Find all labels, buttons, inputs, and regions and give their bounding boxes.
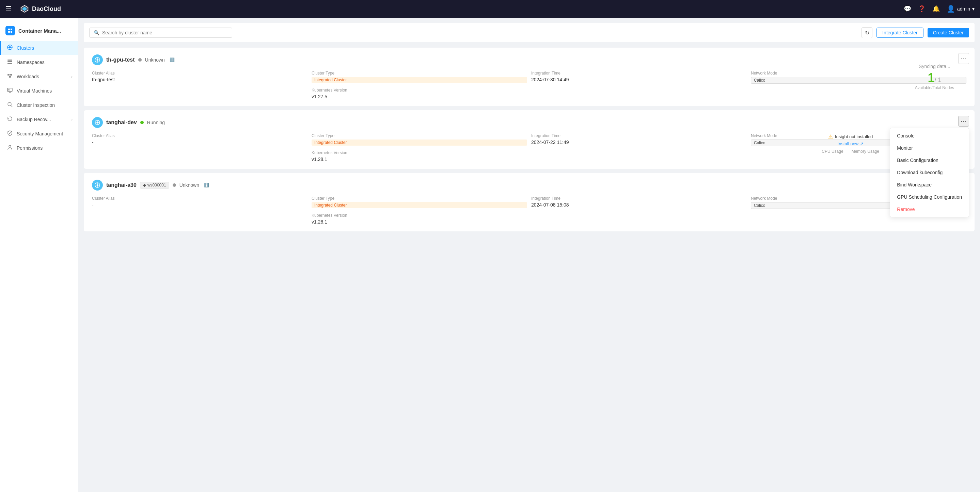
sidebar-item-clusters[interactable]: Clusters — [0, 41, 78, 55]
sidebar-item-permissions[interactable]: Permissions — [0, 141, 78, 155]
message-icon[interactable]: 💬 — [904, 5, 911, 13]
user-avatar-icon: 👤 — [947, 5, 955, 13]
menu-item-download-kubeconfig[interactable]: Download kubeconfig — [890, 167, 969, 179]
cluster-menu-button-th-gpu-test[interactable]: ⋯ — [958, 53, 969, 64]
k8s-version-value: v1.28.1 — [312, 219, 527, 225]
cluster-icon — [92, 54, 103, 65]
svg-line-24 — [11, 105, 12, 107]
user-menu[interactable]: 👤 admin ▾ — [947, 5, 975, 13]
sidebar-item-label: Security Management — [17, 131, 63, 136]
cluster-type-badge: Integrated Cluster — [312, 202, 527, 208]
cluster-dropdown-menu: Console Monitor Basic Configuration Down… — [890, 128, 969, 217]
node-count: 1 — [928, 71, 934, 85]
workspace-value: ws000001 — [148, 183, 166, 187]
svg-rect-3 — [8, 29, 10, 30]
svg-rect-4 — [11, 29, 12, 30]
node-total: / 1 — [934, 76, 941, 83]
sidebar-item-cluster-inspection[interactable]: Cluster Inspection — [0, 98, 78, 112]
svg-rect-17 — [10, 74, 12, 76]
svg-rect-15 — [8, 63, 12, 64]
alias-value: th-gpu-test — [92, 77, 307, 83]
k8s-version-value: v1.27.5 — [312, 94, 527, 99]
main-content: 🔍 ↻ Integrate Cluster Create Cluster — [78, 18, 980, 492]
cluster-name: tanghai-dev — [106, 119, 137, 125]
app-icon — [5, 26, 15, 35]
help-icon[interactable]: ❓ — [918, 5, 926, 13]
cluster-card-tanghai-a30: tanghai-a30 ◆ ws000001 Unknown ℹ️ Cluste… — [84, 173, 975, 232]
meta-k8s-version: Kubernetes Version v1.28.1 — [312, 151, 527, 162]
cluster-right-insight: ⚠ Insight not installed Install now ↗ CP… — [822, 133, 879, 154]
svg-point-39 — [97, 184, 99, 186]
integrate-cluster-button[interactable]: Integrate Cluster — [877, 27, 923, 38]
status-dot-unknown — [138, 58, 142, 62]
hamburger-menu[interactable]: ☰ — [5, 5, 11, 13]
meta-alias: Cluster Alias - — [92, 196, 307, 209]
refresh-button[interactable]: ↻ — [862, 27, 872, 38]
logo-text: DaoCloud — [32, 5, 61, 13]
workspace-badge: ◆ ws000001 — [140, 182, 169, 189]
status-info-icon[interactable]: ℹ️ — [204, 183, 209, 187]
sidebar-item-backup-recovery[interactable]: Backup Recov... › — [0, 112, 78, 127]
menu-item-bind-workspace[interactable]: Bind Workspace — [890, 179, 969, 191]
sidebar-item-label: Permissions — [17, 145, 43, 151]
meta-alias: Cluster Alias th-gpu-test — [92, 71, 307, 84]
cluster-header: tanghai-dev Running — [92, 117, 966, 128]
menu-item-basic-config[interactable]: Basic Configuration — [890, 154, 969, 167]
menu-item-remove[interactable]: Remove — [890, 203, 969, 215]
virtual-machines-icon — [6, 87, 13, 95]
svg-point-33 — [97, 122, 99, 124]
svg-rect-5 — [8, 31, 10, 33]
cluster-type-badge: Integrated Cluster — [312, 140, 527, 146]
install-label: Install now — [838, 141, 858, 146]
sidebar-item-security-management[interactable]: Security Management — [0, 127, 78, 141]
menu-item-monitor[interactable]: Monitor — [890, 142, 969, 154]
search-input[interactable] — [102, 30, 228, 35]
svg-rect-6 — [11, 31, 12, 33]
cluster-menu-button-tanghai-dev[interactable]: ⋯ — [958, 116, 969, 127]
svg-point-8 — [9, 46, 11, 48]
search-box[interactable]: 🔍 — [89, 27, 232, 38]
warning-icon: ⚠ — [828, 133, 833, 140]
menu-item-console[interactable]: Console — [890, 130, 969, 142]
sidebar-app-title: Container Mana... — [0, 23, 78, 41]
meta-k8s-version: Kubernetes Version v1.28.1 — [312, 213, 527, 225]
insight-warning: ⚠ Insight not installed Install now ↗ — [822, 133, 879, 146]
clusters-icon — [6, 44, 13, 52]
notification-icon[interactable]: 🔔 — [932, 5, 940, 13]
status-info-icon[interactable]: ℹ️ — [170, 57, 175, 62]
sidebar-item-workloads[interactable]: Workloads › — [0, 70, 78, 84]
integration-time-value: 2024-07-08 15:08 — [531, 202, 747, 208]
workloads-icon — [6, 73, 13, 80]
meta-type: Cluster Type Integrated Cluster — [312, 196, 527, 209]
external-link-icon: ↗ — [860, 141, 864, 146]
install-now-link[interactable]: Install now ↗ — [838, 141, 864, 146]
sidebar-item-namespaces[interactable]: Namespaces — [0, 55, 78, 70]
syncing-label: Syncing data... — [919, 63, 950, 69]
meta-alias: Cluster Alias - — [92, 133, 307, 146]
create-cluster-button[interactable]: Create Cluster — [928, 28, 969, 37]
logo: DaoCloud — [20, 4, 61, 14]
status-label: Unknown — [145, 57, 165, 63]
k8s-version-value: v1.28.1 — [312, 157, 527, 162]
svg-point-23 — [8, 102, 11, 106]
cluster-header: tanghai-a30 ◆ ws000001 Unknown ℹ️ — [92, 179, 966, 190]
meta-integration-time: Integration Time 2024-07-22 11:49 — [531, 133, 747, 146]
sidebar-item-virtual-machines[interactable]: Virtual Machines — [0, 84, 78, 98]
svg-rect-18 — [9, 76, 11, 78]
cluster-type-badge: Integrated Cluster — [312, 77, 527, 83]
insight-warning-text: Insight not installed — [835, 134, 873, 139]
status-dot-running — [140, 121, 144, 124]
sidebar-item-label: Clusters — [17, 45, 34, 51]
topnav: ☰ DaoCloud 💬 ❓ 🔔 👤 admin ▾ — [0, 0, 980, 18]
backup-recovery-icon — [6, 116, 13, 123]
svg-rect-19 — [8, 88, 12, 92]
backup-arrow: › — [71, 117, 73, 121]
cluster-header: th-gpu-test Unknown ℹ️ — [92, 54, 966, 65]
cpu-mem-row: CPU Usage Memory Usage — [822, 149, 879, 154]
cluster-icon — [92, 179, 103, 190]
cluster-meta: Cluster Alias - Cluster Type Integrated … — [92, 196, 966, 225]
meta-type: Cluster Type Integrated Cluster — [312, 71, 527, 84]
cluster-name: th-gpu-test — [106, 57, 135, 63]
menu-item-gpu-scheduling[interactable]: GPU Scheduling Configuration — [890, 191, 969, 203]
svg-rect-20 — [9, 92, 11, 92]
